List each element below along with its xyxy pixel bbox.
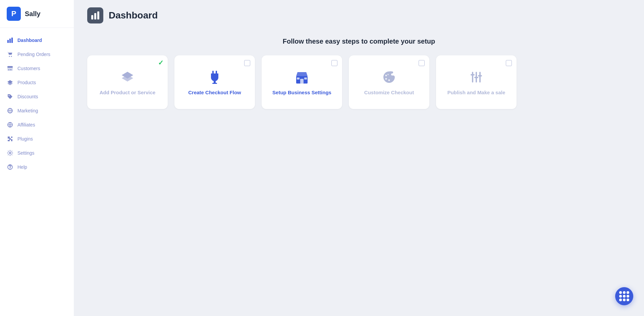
sidebar-item-plugins[interactable]: Plugins xyxy=(0,132,74,146)
svg-point-38 xyxy=(387,74,389,75)
help-icon xyxy=(7,164,13,170)
apps-grid-icon xyxy=(619,291,629,301)
layers-icon xyxy=(7,79,13,86)
sidebar-nav: Dashboard Pending Orders xyxy=(0,28,74,179)
sidebar-label-help: Help xyxy=(17,164,27,170)
logo-letter: P xyxy=(11,9,16,18)
step-label-add-product: Add Product or Service xyxy=(100,89,156,96)
sliders-icon xyxy=(469,70,483,84)
svg-rect-2 xyxy=(11,38,13,43)
sidebar-item-discounts[interactable]: Discounts xyxy=(0,90,74,104)
step-label-setup-business: Setup Business Settings xyxy=(272,89,331,96)
customers-icon xyxy=(7,65,13,72)
sidebar: P Sally Dashboard xyxy=(0,0,74,316)
svg-point-3 xyxy=(9,56,10,57)
sidebar-label-settings: Settings xyxy=(17,150,35,156)
tag-icon xyxy=(7,93,13,100)
step-card-publish-sale[interactable]: Publish and Make a sale xyxy=(436,55,517,109)
sidebar-label-marketing: Marketing xyxy=(17,108,38,113)
svg-point-18 xyxy=(9,152,11,154)
step-card-create-checkout[interactable]: Create Checkout Flow xyxy=(174,55,255,109)
fab-apps-button[interactable] xyxy=(615,287,633,305)
svg-rect-34 xyxy=(304,77,307,80)
svg-point-35 xyxy=(385,74,387,76)
svg-rect-43 xyxy=(474,77,478,78)
svg-point-4 xyxy=(11,56,12,57)
svg-rect-32 xyxy=(300,79,304,84)
sidebar-label-discounts: Discounts xyxy=(17,94,38,99)
sidebar-label-affiliates: Affiliates xyxy=(17,122,35,127)
settings-icon xyxy=(7,150,13,156)
svg-rect-30 xyxy=(212,83,217,84)
sidebar-label-products: Products xyxy=(17,80,36,85)
sidebar-label-dashboard: Dashboard xyxy=(17,38,42,43)
sidebar-label-pending-orders: Pending Orders xyxy=(17,52,50,57)
svg-point-7 xyxy=(8,69,9,70)
checkmark-icon: ✓ xyxy=(158,59,164,67)
plug-icon xyxy=(208,70,222,84)
svg-rect-42 xyxy=(471,74,475,75)
steps-row: ✓ Add Product or Service xyxy=(87,55,631,109)
palette-icon xyxy=(382,70,396,84)
globe-icon xyxy=(7,121,13,128)
svg-rect-44 xyxy=(478,75,482,76)
svg-point-12 xyxy=(9,95,10,96)
sidebar-username: Sally xyxy=(25,10,41,18)
checkbox-publish-sale xyxy=(506,60,512,66)
checkbox-create-checkout xyxy=(244,60,250,66)
puzzle-icon xyxy=(7,136,13,142)
store-icon xyxy=(295,70,309,84)
svg-rect-21 xyxy=(91,15,93,19)
sidebar-item-products[interactable]: Products xyxy=(0,75,74,90)
main-body: Follow these easy steps to complete your… xyxy=(74,31,644,316)
setup-heading: Follow these easy steps to complete your… xyxy=(87,38,631,45)
sidebar-logo: P xyxy=(7,7,21,21)
step-card-setup-business[interactable]: Setup Business Settings xyxy=(262,55,342,109)
svg-rect-41 xyxy=(479,72,481,83)
svg-rect-39 xyxy=(472,72,473,83)
checkbox-setup-business xyxy=(331,60,337,66)
step-card-customize-checkout[interactable]: Customize Checkout xyxy=(349,55,429,109)
sidebar-item-settings[interactable]: Settings xyxy=(0,146,74,160)
main-content: Dashboard Follow these easy steps to com… xyxy=(74,0,644,316)
layers-step-icon xyxy=(120,70,135,84)
svg-rect-6 xyxy=(7,66,13,68)
svg-rect-23 xyxy=(97,11,99,19)
svg-rect-0 xyxy=(7,40,9,43)
sidebar-item-marketing[interactable]: Marketing xyxy=(0,104,74,118)
svg-rect-1 xyxy=(9,39,11,43)
sidebar-item-customers[interactable]: Customers xyxy=(0,61,74,75)
sidebar-item-pending-orders[interactable]: Pending Orders xyxy=(0,47,74,61)
sidebar-item-dashboard[interactable]: Dashboard xyxy=(0,33,74,47)
step-label-customize-checkout: Customize Checkout xyxy=(364,89,414,96)
sidebar-label-customers: Customers xyxy=(17,66,40,71)
svg-rect-33 xyxy=(297,77,300,80)
step-label-publish-sale: Publish and Make a sale xyxy=(447,89,505,96)
svg-rect-22 xyxy=(94,13,96,19)
main-header: Dashboard xyxy=(74,0,644,31)
sidebar-item-affiliates[interactable]: Affiliates xyxy=(0,118,74,132)
sidebar-item-help[interactable]: Help xyxy=(0,160,74,174)
sidebar-label-plugins: Plugins xyxy=(17,136,33,142)
svg-rect-8 xyxy=(10,69,12,70)
page-title: Dashboard xyxy=(109,10,158,21)
step-label-create-checkout: Create Checkout Flow xyxy=(188,89,241,96)
bar-chart-icon xyxy=(7,37,13,44)
svg-point-36 xyxy=(385,78,387,80)
step-card-add-product[interactable]: ✓ Add Product or Service xyxy=(87,55,168,109)
svg-point-37 xyxy=(388,79,390,81)
marketing-icon xyxy=(7,107,13,114)
cart-icon xyxy=(7,51,13,58)
svg-point-20 xyxy=(10,168,10,169)
checkbox-customize-checkout xyxy=(419,60,425,66)
header-icon xyxy=(87,7,103,23)
sidebar-header: P Sally xyxy=(0,0,74,28)
